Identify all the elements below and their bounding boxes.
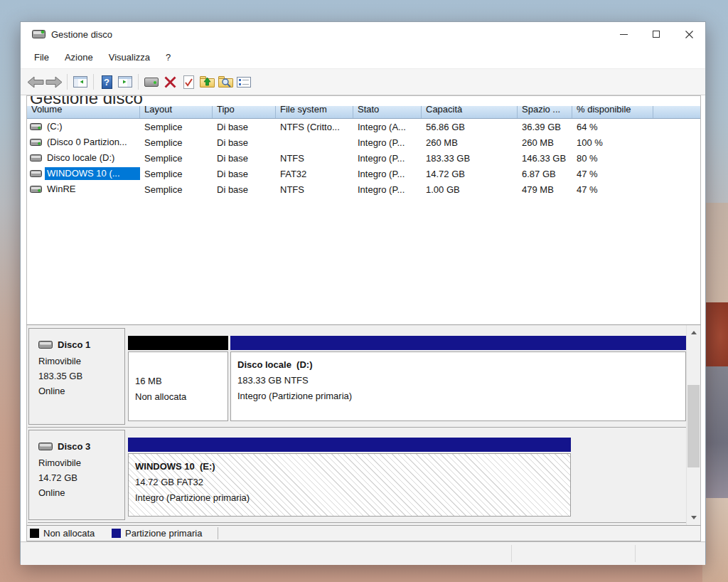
wallpaper-sand <box>702 498 728 582</box>
column-header-spazio[interactable]: Spazio ... <box>518 106 572 118</box>
disk-management-window: Gestione disco File Azione Visualizza ? <box>20 21 706 564</box>
maximize-button[interactable] <box>640 22 673 46</box>
delete-icon[interactable] <box>161 73 179 91</box>
disk-type: Rimovibile <box>38 354 124 369</box>
folder-up-icon[interactable] <box>198 73 216 91</box>
volume-row-d[interactable]: Disco locale (D:) Semplice Di base NTFS … <box>27 150 700 166</box>
toolbar-separator <box>93 74 94 90</box>
column-header-layout[interactable]: Layout <box>140 106 213 118</box>
menu-help[interactable]: ? <box>158 49 178 65</box>
volume-row-winre[interactable]: WinRE Semplice Di base NTFS Integro (P..… <box>27 181 700 197</box>
menu-bar: File Azione Visualizza ? <box>21 46 705 69</box>
disk-row-disco1: Disco 1 Rimovibile 183.35 GB Online 16 M… <box>28 327 687 428</box>
legend-swatch-unallocated <box>30 529 39 538</box>
console-tree-icon[interactable] <box>71 73 90 91</box>
check-document-icon[interactable] <box>179 73 198 91</box>
drive-icon <box>30 154 42 162</box>
folder-search-icon[interactable] <box>216 73 235 91</box>
back-icon[interactable] <box>26 73 45 91</box>
selected-volume-label: WINDOWS 10 (... <box>45 167 140 180</box>
legend-divider <box>218 527 218 539</box>
legend-bar: Non allocata Partizione primaria <box>26 525 701 541</box>
disk-size: 183.35 GB <box>38 369 124 383</box>
disk-header-disco1[interactable]: Disco 1 Rimovibile 183.35 GB Online <box>28 328 125 425</box>
status-bar <box>21 541 705 565</box>
disk-status: Online <box>38 383 124 398</box>
partition-color-bar <box>128 336 228 350</box>
minimize-button[interactable] <box>607 22 640 46</box>
column-header-disponibile[interactable]: % disponibile <box>572 106 653 118</box>
drive-icon <box>30 139 42 146</box>
column-header-filesystem[interactable]: File system <box>276 106 353 118</box>
graphical-view-pane: Disco 1 Rimovibile 183.35 GB Online 16 M… <box>26 325 701 525</box>
menu-file[interactable]: File <box>26 49 57 65</box>
toolbar-separator <box>67 74 68 90</box>
statusbar-divider <box>511 545 512 562</box>
forward-icon[interactable] <box>45 73 63 91</box>
disk-type: Rimovibile <box>38 455 124 470</box>
column-header-capacita[interactable]: Capacità <box>422 106 518 118</box>
partition-size: 183.33 GB NTFS <box>237 373 685 388</box>
toolbar <box>21 69 705 95</box>
legend-label-unallocated: Non allocata <box>43 528 95 539</box>
menu-visualizza[interactable]: Visualizza <box>101 49 158 65</box>
drive-icon <box>30 123 42 130</box>
vertical-scrollbar[interactable] <box>686 325 700 525</box>
disk-icon <box>38 341 53 349</box>
statusbar-divider <box>635 545 636 562</box>
partition-unallocated[interactable]: 16 MB Non allocata <box>128 336 228 421</box>
window-title: Gestione disco <box>51 29 112 40</box>
partition-title: Disco locale (D:) <box>237 357 685 373</box>
disk-icon <box>38 443 53 450</box>
partition-d[interactable]: Disco locale (D:) 183.33 GB NTFS Integro… <box>230 336 686 421</box>
partition-status: Integro (Partizione primaria) <box>237 388 685 404</box>
volume-list-pane: Gestione disco Volume Layout Tipo File s… <box>26 95 701 325</box>
partition-size: 14.72 GB FAT32 <box>135 475 570 490</box>
disk-header-disco3[interactable]: Disco 3 Rimovibile 14.72 GB Online <box>28 430 125 520</box>
desktop: Gestione disco File Azione Visualizza ? <box>0 0 728 582</box>
app-drive-icon <box>32 30 46 38</box>
wallpaper-rock <box>702 366 728 505</box>
help-icon[interactable] <box>97 73 116 91</box>
volume-row-windows10-selected[interactable]: WINDOWS 10 (... Semplice Di base FAT32 I… <box>27 166 700 181</box>
disk-row-disco3: Disco 3 Rimovibile 14.72 GB Online WINDO… <box>28 428 687 523</box>
legend-swatch-primary <box>112 529 121 538</box>
partition-color-bar <box>230 336 686 350</box>
partition-color-bar <box>128 438 571 452</box>
toolbar-separator <box>138 74 139 90</box>
column-header-volume[interactable]: Volume <box>27 106 140 118</box>
partition-status: Integro (Partizione primaria) <box>135 490 570 506</box>
scroll-down-icon[interactable] <box>687 510 700 525</box>
device-icon[interactable] <box>142 73 161 91</box>
volume-row-c[interactable]: (C:) Semplice Di base NTFS (Critto... In… <box>27 119 700 134</box>
title-bar[interactable]: Gestione disco <box>21 22 705 46</box>
partition-title: WINDOWS 10 (E:) <box>135 459 570 475</box>
volume-row-disco0[interactable]: (Disco 0 Partizion... Semplice Di base I… <box>27 134 700 150</box>
partition-size: 16 MB <box>135 374 228 389</box>
action-pane-icon[interactable] <box>116 73 134 91</box>
column-header-stato[interactable]: Stato <box>353 106 422 118</box>
close-button[interactable] <box>673 22 705 46</box>
volume-list-header: Volume Layout Tipo File system Stato Cap… <box>27 106 700 119</box>
scrollbar-thumb[interactable] <box>687 385 700 467</box>
menu-azione[interactable]: Azione <box>57 49 101 65</box>
legend-label-primary: Partizione primaria <box>125 528 202 539</box>
drive-icon <box>30 170 42 177</box>
partition-status: Non allocata <box>135 389 228 405</box>
volume-rows: (C:) Semplice Di base NTFS (Critto... In… <box>27 119 700 197</box>
properties-icon[interactable] <box>235 73 253 91</box>
disk-status: Online <box>38 485 124 500</box>
column-header-filler <box>653 106 700 118</box>
column-header-tipo[interactable]: Tipo <box>213 106 276 118</box>
disk-size: 14.72 GB <box>38 470 124 485</box>
drive-icon <box>30 186 42 193</box>
view-heading: Gestione disco <box>27 96 700 106</box>
scroll-up-icon[interactable] <box>687 325 700 340</box>
partition-e-selected[interactable]: WINDOWS 10 (E:) 14.72 GB FAT32 Integro (… <box>128 438 571 517</box>
